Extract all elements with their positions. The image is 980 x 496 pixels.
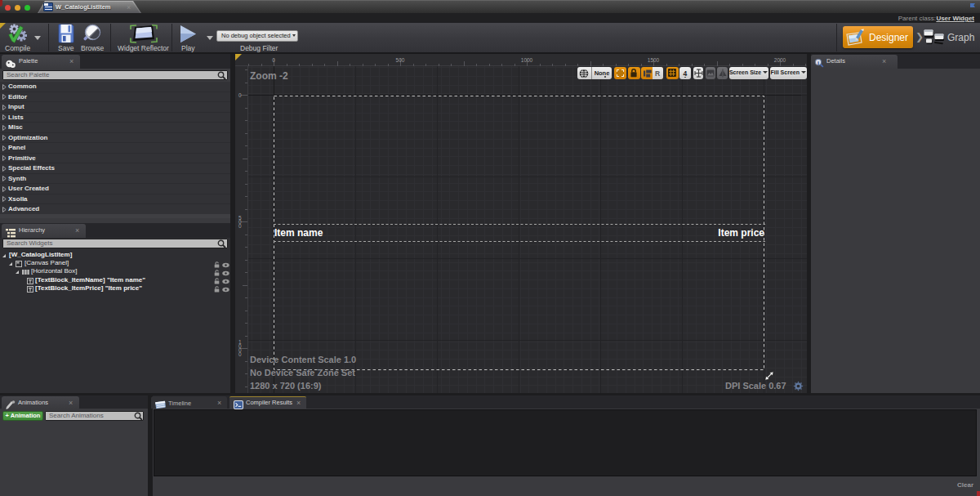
svg-text:i: i bbox=[817, 60, 819, 66]
